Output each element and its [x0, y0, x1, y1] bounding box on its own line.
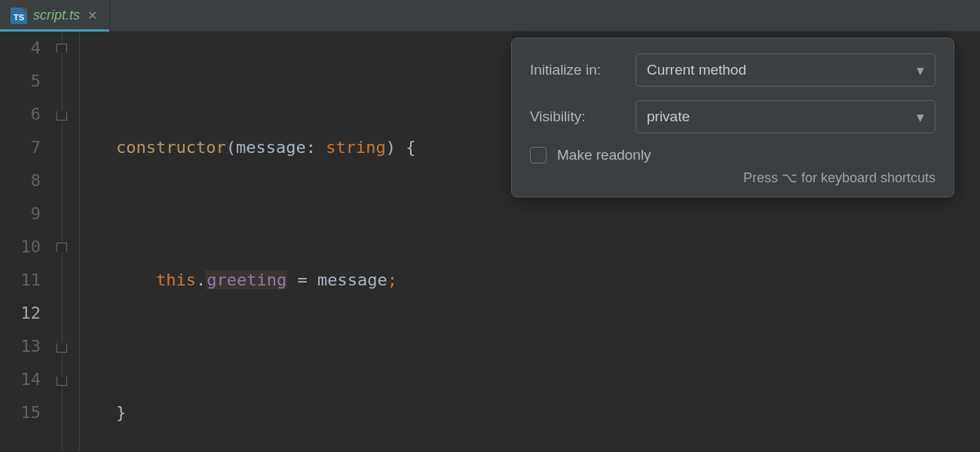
tab-bar: TS script.ts ✕	[0, 0, 980, 32]
chevron-down-icon: ▾	[917, 62, 924, 79]
fold-marker-icon[interactable]	[57, 344, 67, 353]
initialize-in-dropdown[interactable]: Current method ▾	[635, 53, 936, 87]
code-line[interactable]: this.greeting = message;	[80, 264, 980, 297]
fold-marker-icon[interactable]	[57, 243, 67, 252]
make-readonly-label: Make readonly	[557, 147, 651, 163]
line-number: 13	[0, 330, 41, 363]
line-number: 10	[0, 231, 41, 264]
line-number: 7	[0, 131, 41, 164]
visibility-dropdown[interactable]: private ▾	[635, 100, 936, 133]
keyboard-shortcut-hint: Press ⌥ for keyboard shortcuts	[530, 170, 936, 186]
line-number: 4	[0, 32, 41, 65]
line-number: 15	[0, 396, 41, 429]
editor-tab[interactable]: TS script.ts ✕	[0, 0, 110, 31]
make-readonly-checkbox[interactable]	[530, 147, 547, 163]
fold-marker-icon[interactable]	[57, 111, 67, 121]
typescript-file-icon: TS	[11, 8, 27, 24]
line-number: 14	[0, 363, 41, 396]
line-number: 12	[0, 297, 41, 330]
line-number: 9	[0, 197, 41, 231]
fold-marker-icon[interactable]	[57, 44, 67, 53]
close-tab-icon[interactable]: ✕	[86, 8, 99, 23]
visibility-label: Visibility:	[530, 108, 635, 125]
introduce-field-popup: Initialize in: Current method ▾ Visibili…	[511, 38, 954, 197]
initialize-in-value: Current method	[647, 62, 746, 78]
code-line[interactable]: }	[80, 396, 980, 429]
initialize-in-label: Initialize in:	[530, 62, 635, 78]
fold-gutter	[54, 32, 80, 452]
line-number: 6	[0, 98, 41, 131]
tab-filename: script.ts	[33, 8, 80, 23]
line-number: 8	[0, 164, 41, 197]
line-number: 11	[0, 264, 41, 297]
chevron-down-icon: ▾	[917, 108, 924, 126]
svg-text:TS: TS	[14, 13, 24, 22]
fold-marker-icon[interactable]	[57, 377, 67, 386]
line-number: 5	[0, 65, 41, 98]
visibility-value: private	[647, 108, 690, 125]
token-constructor: constructor	[116, 138, 226, 157]
line-number-gutter: 456789101112131415	[0, 32, 54, 452]
